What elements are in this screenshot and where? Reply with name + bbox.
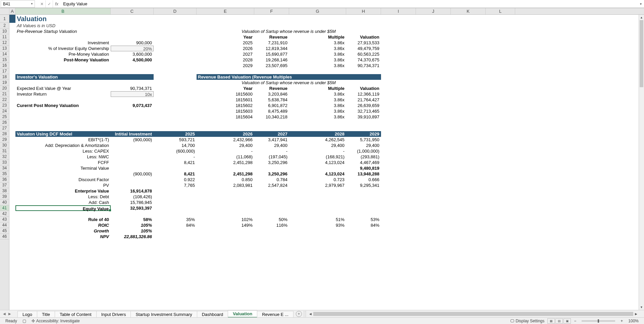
- row-header-22[interactable]: 22: [0, 97, 9, 103]
- col-multiple[interactable]: Multiple: [289, 34, 346, 40]
- tab-prev-icon[interactable]: ◀: [2, 312, 7, 316]
- row-header-19[interactable]: 19: [0, 80, 9, 86]
- enter-icon[interactable]: ✓: [46, 0, 53, 8]
- scroll-left-icon[interactable]: ◀: [308, 311, 313, 317]
- sheet-tab-dashboard[interactable]: Dashboard: [197, 311, 228, 318]
- row-header-44[interactable]: 44: [0, 222, 9, 228]
- row-header-29[interactable]: 29: [0, 137, 9, 143]
- col-header-K[interactable]: K: [451, 8, 486, 14]
- row-header-17[interactable]: 17: [0, 68, 9, 74]
- col-revenue[interactable]: Revenue: [254, 34, 289, 40]
- row-header-35[interactable]: 35: [0, 171, 9, 177]
- scroll-up-icon[interactable]: ▲: [639, 15, 644, 20]
- row-header-43[interactable]: 43: [0, 217, 9, 222]
- row-header-28[interactable]: 28: [0, 131, 9, 137]
- sheet-tab-valuation[interactable]: Valuation: [228, 310, 257, 318]
- row-header-45[interactable]: 45: [0, 228, 9, 234]
- cell[interactable]: [9, 15, 15, 23]
- subtitle[interactable]: All Values is in USD: [15, 23, 111, 29]
- row-header-38[interactable]: 38: [0, 188, 9, 194]
- row-header-46[interactable]: 46: [0, 234, 9, 239]
- macro-record-icon[interactable]: ▢: [20, 319, 29, 323]
- zoom-thumb[interactable]: [598, 319, 599, 323]
- row-header-2[interactable]: 2: [0, 23, 9, 29]
- page-layout-view-button[interactable]: ▤: [555, 318, 563, 324]
- scroll-down-icon[interactable]: ▼: [639, 305, 644, 310]
- chevron-down-icon[interactable]: ▼: [31, 2, 33, 5]
- row-header-23[interactable]: 23: [0, 103, 9, 108]
- col-header-A[interactable]: A: [9, 8, 15, 14]
- zoom-slider[interactable]: [582, 320, 615, 322]
- col-header-D[interactable]: D: [154, 8, 197, 14]
- col-header-E[interactable]: E: [197, 8, 254, 14]
- formula-input[interactable]: Equity Value: [60, 1, 637, 6]
- row-header-13[interactable]: 13: [0, 46, 9, 51]
- row-header-33[interactable]: 33: [0, 160, 9, 165]
- col-header-G[interactable]: G: [289, 8, 346, 14]
- sheet-tab-logo[interactable]: Logo: [17, 311, 37, 318]
- row-header-24[interactable]: 24: [0, 108, 9, 114]
- normal-view-button[interactable]: ▦: [547, 318, 555, 324]
- row-header-42[interactable]: 42: [0, 211, 9, 217]
- row-header-21[interactable]: 21: [0, 91, 9, 97]
- pre-revenue-header[interactable]: Pre-Revenue Startup Valuation: [15, 29, 111, 34]
- row-header-1[interactable]: 1: [0, 15, 9, 23]
- col-valuation[interactable]: Valuation: [346, 34, 381, 40]
- row-header-25[interactable]: 25: [0, 114, 9, 120]
- investor-valuation-header[interactable]: Investor's Valuation: [15, 74, 154, 80]
- row-header-12[interactable]: 12: [0, 40, 9, 46]
- row-header-18[interactable]: 18: [0, 74, 9, 80]
- row-header-20[interactable]: 20: [0, 86, 9, 91]
- select-all-corner[interactable]: [0, 8, 9, 14]
- row-header-26[interactable]: 26: [0, 120, 9, 125]
- row-header-40[interactable]: 40: [0, 200, 9, 205]
- col-header-L[interactable]: L: [486, 8, 515, 14]
- row-header-14[interactable]: 14: [0, 51, 9, 57]
- zoom-level[interactable]: 100%: [626, 319, 641, 323]
- row-header-27[interactable]: 27: [0, 125, 9, 131]
- col-header-C[interactable]: C: [111, 8, 154, 14]
- col-header-I[interactable]: I: [381, 8, 416, 14]
- name-box[interactable]: B41 ▼: [1, 0, 35, 8]
- sheet-tab-table-of-content[interactable]: Table of Content: [55, 311, 97, 318]
- row-header-10[interactable]: 10: [0, 29, 9, 34]
- vscroll-thumb[interactable]: [640, 20, 643, 87]
- page-break-view-button[interactable]: ▣: [564, 318, 571, 324]
- value[interactable]: 900,000: [111, 40, 154, 46]
- cells-area[interactable]: Valuation All Values is in USD Pre-Reven…: [9, 15, 644, 310]
- page-title[interactable]: Valuation: [15, 15, 111, 23]
- hscroll-thumb[interactable]: [313, 312, 633, 316]
- horizontal-scrollbar[interactable]: ◀ ▶: [308, 311, 639, 317]
- pct-input[interactable]: 20%: [111, 46, 154, 51]
- selected-cell-B41[interactable]: Equity Value: [15, 205, 111, 211]
- zoom-in-button[interactable]: +: [618, 319, 626, 323]
- zoom-out-button[interactable]: −: [571, 319, 579, 323]
- row-header-34[interactable]: 34: [0, 165, 9, 171]
- row-header-32[interactable]: 32: [0, 154, 9, 160]
- scroll-right-icon[interactable]: ▶: [633, 311, 639, 317]
- sheet-tab-input-drivers[interactable]: Input Drivers: [96, 311, 131, 318]
- col-header-H[interactable]: H: [346, 8, 381, 14]
- row-header-30[interactable]: 30: [0, 143, 9, 148]
- sheet-tab-title[interactable]: Title: [37, 311, 55, 318]
- fill-handle[interactable]: [109, 209, 111, 211]
- fx-icon[interactable]: fx: [53, 1, 60, 6]
- cancel-icon[interactable]: ✕: [38, 0, 46, 8]
- display-settings-button[interactable]: 🖵 Display Settings: [507, 319, 547, 323]
- investor-return-input[interactable]: 10x: [111, 91, 154, 97]
- col-header-F[interactable]: F: [254, 8, 289, 14]
- sheet-tab-revenue-e-[interactable]: Revenue E ...: [257, 311, 293, 318]
- col-header-J[interactable]: J: [416, 8, 451, 14]
- revenue-based-header[interactable]: Revenue Based Valuation (Revenue Multipl…: [197, 74, 381, 80]
- row-header-37[interactable]: 37: [0, 182, 9, 188]
- col-header-B[interactable]: B: [15, 8, 111, 14]
- tab-next-icon[interactable]: ▶: [7, 312, 12, 316]
- tab-split-handle[interactable]: [304, 311, 306, 317]
- new-sheet-button[interactable]: +: [296, 311, 302, 317]
- row-header-11[interactable]: 11: [0, 34, 9, 40]
- label[interactable]: Investment: [15, 40, 111, 46]
- sheet-tab-startup-investment-summary[interactable]: Startup Investment Summary: [130, 311, 197, 318]
- dcf-header[interactable]: Valuaton Using DCF Model: [15, 131, 111, 137]
- right-header-1[interactable]: Valuation of Sartup whose revenue is und…: [197, 29, 381, 34]
- row-header-16[interactable]: 16: [0, 63, 9, 68]
